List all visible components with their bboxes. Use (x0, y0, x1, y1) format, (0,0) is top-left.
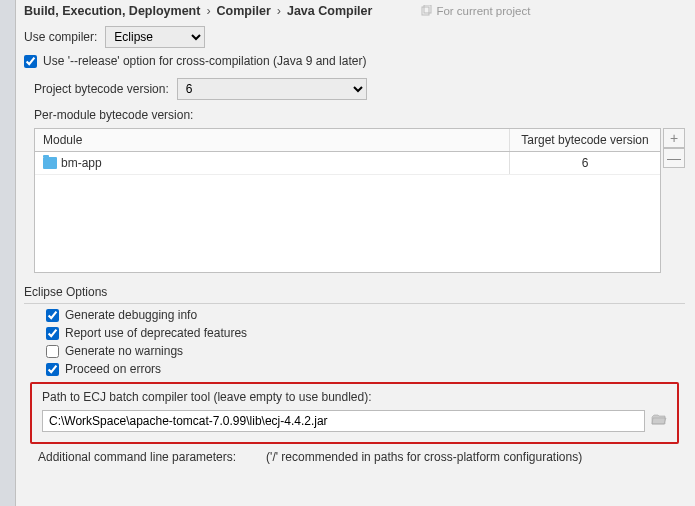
module-icon (43, 157, 57, 169)
ecj-path-label: Path to ECJ batch compiler tool (leave e… (42, 390, 667, 404)
crumb-build[interactable]: Build, Execution, Deployment (24, 4, 200, 18)
svg-rect-0 (422, 7, 429, 15)
no-warnings-label: Generate no warnings (65, 344, 183, 358)
no-warnings-checkbox[interactable] (46, 345, 59, 358)
ecj-path-input[interactable] (42, 410, 645, 432)
per-module-table: Module Target bytecode version bm-app 6 (34, 128, 661, 273)
eclipse-options-title: Eclipse Options (24, 285, 685, 299)
copy-icon (420, 5, 432, 17)
col-header-module[interactable]: Module (35, 129, 510, 151)
debug-info-label: Generate debugging info (65, 308, 197, 322)
add-row-button[interactable]: + (663, 128, 685, 148)
crumb-java-compiler: Java Compiler (287, 4, 372, 18)
release-option-label: Use '--release' option for cross-compila… (43, 54, 366, 68)
breadcrumb: Build, Execution, Deployment › Compiler … (24, 4, 372, 18)
additional-params-hint: ('/' recommended in paths for cross-plat… (266, 450, 582, 464)
crumb-compiler[interactable]: Compiler (217, 4, 271, 18)
use-compiler-select[interactable]: Eclipse (105, 26, 205, 48)
for-project-label: For current project (436, 5, 530, 17)
release-option-checkbox[interactable] (24, 55, 37, 68)
bytecode-version-label: Project bytecode version: (34, 82, 169, 96)
chevron-right-icon: › (206, 4, 210, 18)
chevron-right-icon: › (277, 4, 281, 18)
remove-row-button[interactable]: — (663, 148, 685, 168)
bytecode-version-select[interactable]: 6 (177, 78, 367, 100)
panel-gutter (0, 0, 16, 506)
module-name: bm-app (61, 156, 102, 170)
divider (24, 303, 685, 304)
additional-params-label: Additional command line parameters: (38, 450, 236, 464)
module-target: 6 (510, 152, 660, 174)
deprecated-label: Report use of deprecated features (65, 326, 247, 340)
table-row[interactable]: bm-app 6 (35, 152, 660, 175)
svg-rect-1 (424, 5, 431, 13)
col-header-target[interactable]: Target bytecode version (510, 129, 660, 151)
use-compiler-label: Use compiler: (24, 30, 97, 44)
deprecated-checkbox[interactable] (46, 327, 59, 340)
folder-open-icon[interactable] (651, 413, 667, 429)
proceed-errors-label: Proceed on errors (65, 362, 161, 376)
debug-info-checkbox[interactable] (46, 309, 59, 322)
ecj-path-group: Path to ECJ batch compiler tool (leave e… (30, 382, 679, 444)
proceed-errors-checkbox[interactable] (46, 363, 59, 376)
per-module-label: Per-module bytecode version: (34, 108, 193, 122)
for-current-project: For current project (420, 5, 530, 17)
